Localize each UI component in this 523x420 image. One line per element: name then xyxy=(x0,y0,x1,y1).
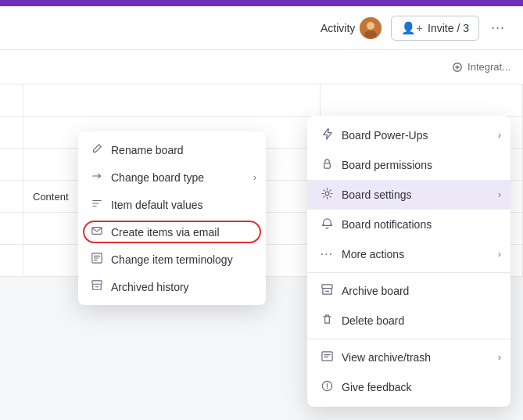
left-menu-item-label: Archived history xyxy=(111,281,189,293)
defaults-icon xyxy=(91,198,103,211)
archive-board-icon xyxy=(320,284,334,298)
invite-button[interactable]: 👤+ Invite / 3 xyxy=(391,16,479,41)
header: Activity 👤+ Invite / 3 ··· xyxy=(0,6,523,50)
integration-icon xyxy=(452,62,463,73)
left-menu-item-item-default-values[interactable]: Item default values xyxy=(78,191,266,218)
terminology-icon xyxy=(91,253,103,266)
menu-divider xyxy=(307,339,510,339)
rename-icon xyxy=(91,143,103,156)
right-menu-item-board-permissions[interactable]: Board permissions xyxy=(307,150,510,180)
left-menu-item-label: Change board type xyxy=(111,171,204,184)
right-menu-item-label: View archive/trash xyxy=(342,351,431,364)
board-area: Content Rename board Chan xyxy=(0,84,523,413)
permissions-icon xyxy=(320,158,334,172)
right-menu-item-label: Board settings xyxy=(342,188,412,201)
left-menu-item-label: Change item terminology xyxy=(111,253,233,266)
chevron-right-icon: › xyxy=(253,172,256,183)
avatar xyxy=(360,17,382,39)
svg-rect-4 xyxy=(92,228,102,235)
top-bar xyxy=(0,0,523,6)
chevron-right-icon: › xyxy=(498,352,501,363)
right-menu-item-delete-board[interactable]: Delete board xyxy=(307,306,510,336)
right-context-menu: Board Power-Ups › Board permissions Boar… xyxy=(307,116,510,407)
activity-label: Activity xyxy=(321,22,355,34)
activity-area: Activity xyxy=(321,17,382,39)
more-dots: ··· xyxy=(491,20,505,36)
chevron-right-icon: › xyxy=(498,130,501,141)
integrations-label: Integrat... xyxy=(467,61,510,73)
chevron-right-icon: › xyxy=(498,249,501,260)
right-menu-item-label: Board permissions xyxy=(342,159,432,171)
view-archive-icon xyxy=(320,350,334,364)
svg-rect-9 xyxy=(321,285,331,289)
right-menu-item-more-actions[interactable]: ··· More actions › xyxy=(307,239,510,269)
right-menu-item-label: Archive board xyxy=(342,285,409,297)
left-context-menu: Rename board Change board type › Item de… xyxy=(78,131,266,305)
menu-divider xyxy=(307,272,510,273)
right-menu-item-label: Give feedback xyxy=(342,381,412,393)
right-menu-item-label: Board Power-Ups xyxy=(342,129,428,142)
table-row xyxy=(0,84,523,117)
right-menu-item-archive-board[interactable]: Archive board xyxy=(307,276,510,306)
left-menu-item-label: Create items via email xyxy=(111,226,220,239)
right-menu-item-label: Delete board xyxy=(342,314,404,327)
left-menu-item-archived-history[interactable]: Archived history xyxy=(78,273,266,300)
right-menu-item-board-power-ups[interactable]: Board Power-Ups › xyxy=(307,120,510,150)
svg-rect-10 xyxy=(321,352,331,361)
power-ups-icon xyxy=(320,128,334,142)
right-menu-item-give-feedback[interactable]: Give feedback xyxy=(307,372,510,402)
sub-header: Integrat... xyxy=(0,50,523,84)
left-menu-item-rename-board[interactable]: Rename board xyxy=(78,136,266,163)
svg-point-2 xyxy=(364,31,377,38)
invite-icon: 👤+ xyxy=(401,21,423,35)
right-menu-item-view-archive-trash[interactable]: View archive/trash › xyxy=(307,343,510,372)
right-menu-item-label: Board notifications xyxy=(342,218,432,231)
change-type-icon xyxy=(91,171,103,184)
right-menu-item-label: More actions xyxy=(342,248,404,260)
left-menu-item-label: Rename board xyxy=(111,144,184,156)
svg-rect-7 xyxy=(324,163,330,169)
svg-rect-6 xyxy=(92,281,102,284)
svg-point-8 xyxy=(325,192,329,196)
email-icon xyxy=(91,225,103,239)
notifications-icon xyxy=(320,217,334,232)
feedback-icon xyxy=(320,380,334,394)
content-label: Content xyxy=(33,191,69,203)
more-actions-icon: ··· xyxy=(320,247,334,261)
left-menu-item-change-item-terminology[interactable]: Change item terminology xyxy=(78,246,266,273)
settings-icon xyxy=(320,188,334,202)
chevron-right-icon: › xyxy=(498,189,501,200)
more-options-button[interactable]: ··· xyxy=(485,16,510,41)
svg-point-1 xyxy=(367,22,374,30)
archive-history-icon xyxy=(91,280,103,293)
integrations-button[interactable]: Integrat... xyxy=(452,61,510,73)
right-menu-item-board-settings[interactable]: Board settings › xyxy=(307,180,510,210)
left-menu-item-label: Item default values xyxy=(111,199,203,211)
right-menu-item-board-notifications[interactable]: Board notifications xyxy=(307,210,510,239)
invite-label: Invite / 3 xyxy=(428,22,469,34)
left-menu-item-change-board-type[interactable]: Change board type › xyxy=(78,163,266,191)
left-menu-item-create-items-via-email[interactable]: Create items via email xyxy=(78,218,266,246)
delete-board-icon xyxy=(320,314,334,328)
